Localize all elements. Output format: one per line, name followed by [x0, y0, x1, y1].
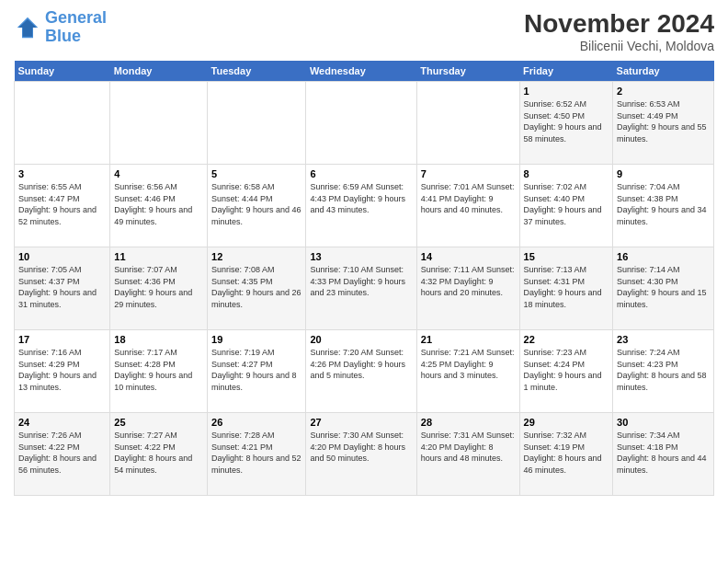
calendar-week-4: 17Sunrise: 7:16 AM Sunset: 4:29 PM Dayli… — [15, 330, 714, 413]
day-number: 10 — [18, 251, 106, 262]
calendar-cell: 16Sunrise: 7:14 AM Sunset: 4:30 PM Dayli… — [613, 247, 714, 330]
calendar-cell — [110, 82, 208, 165]
calendar-cell: 3Sunrise: 6:55 AM Sunset: 4:47 PM Daylig… — [15, 165, 110, 247]
day-info: Sunrise: 7:30 AM Sunset: 4:20 PM Dayligh… — [310, 430, 412, 465]
day-info: Sunrise: 7:34 AM Sunset: 4:18 PM Dayligh… — [617, 430, 710, 476]
main-title: November 2024 — [524, 9, 714, 39]
day-info: Sunrise: 7:20 AM Sunset: 4:26 PM Dayligh… — [310, 347, 412, 382]
logo-blue: Blue — [45, 27, 81, 45]
calendar-cell: 10Sunrise: 7:05 AM Sunset: 4:37 PM Dayli… — [15, 247, 110, 330]
calendar-cell: 22Sunrise: 7:23 AM Sunset: 4:24 PM Dayli… — [519, 330, 612, 413]
day-number: 12 — [211, 251, 301, 262]
calendar-cell: 17Sunrise: 7:16 AM Sunset: 4:29 PM Dayli… — [15, 330, 110, 413]
day-info: Sunrise: 7:23 AM Sunset: 4:24 PM Dayligh… — [524, 347, 609, 393]
calendar-cell: 24Sunrise: 7:26 AM Sunset: 4:22 PM Dayli… — [15, 413, 110, 496]
col-monday: Monday — [110, 61, 208, 82]
day-info: Sunrise: 6:56 AM Sunset: 4:46 PM Dayligh… — [114, 181, 203, 227]
calendar-week-2: 3Sunrise: 6:55 AM Sunset: 4:47 PM Daylig… — [15, 165, 714, 247]
col-wednesday: Wednesday — [306, 61, 416, 82]
calendar-cell: 19Sunrise: 7:19 AM Sunset: 4:27 PM Dayli… — [208, 330, 306, 413]
day-number: 7 — [421, 168, 516, 179]
calendar-cell — [416, 82, 519, 165]
calendar-cell: 6Sunrise: 6:59 AM Sunset: 4:43 PM Daylig… — [306, 165, 416, 247]
calendar-cell: 12Sunrise: 7:08 AM Sunset: 4:35 PM Dayli… — [208, 247, 306, 330]
calendar-cell: 4Sunrise: 6:56 AM Sunset: 4:46 PM Daylig… — [110, 165, 208, 247]
day-info: Sunrise: 6:55 AM Sunset: 4:47 PM Dayligh… — [18, 181, 106, 227]
day-info: Sunrise: 7:32 AM Sunset: 4:19 PM Dayligh… — [524, 430, 609, 476]
calendar-cell — [15, 82, 110, 165]
day-info: Sunrise: 6:52 AM Sunset: 4:50 PM Dayligh… — [524, 98, 609, 144]
day-info: Sunrise: 7:01 AM Sunset: 4:41 PM Dayligh… — [421, 181, 516, 216]
calendar-cell — [208, 82, 306, 165]
calendar-cell: 28Sunrise: 7:31 AM Sunset: 4:20 PM Dayli… — [416, 413, 519, 496]
calendar-cell: 20Sunrise: 7:20 AM Sunset: 4:26 PM Dayli… — [306, 330, 416, 413]
day-info: Sunrise: 6:59 AM Sunset: 4:43 PM Dayligh… — [310, 181, 412, 216]
day-number: 30 — [617, 417, 710, 428]
day-info: Sunrise: 7:16 AM Sunset: 4:29 PM Dayligh… — [18, 347, 106, 393]
calendar-cell: 9Sunrise: 7:04 AM Sunset: 4:38 PM Daylig… — [613, 165, 714, 247]
calendar-cell: 26Sunrise: 7:28 AM Sunset: 4:21 PM Dayli… — [208, 413, 306, 496]
day-number: 19 — [211, 334, 301, 345]
calendar-cell: 21Sunrise: 7:21 AM Sunset: 4:25 PM Dayli… — [416, 330, 519, 413]
calendar-cell: 23Sunrise: 7:24 AM Sunset: 4:23 PM Dayli… — [613, 330, 714, 413]
day-info: Sunrise: 7:31 AM Sunset: 4:20 PM Dayligh… — [421, 430, 516, 465]
header-row: Sunday Monday Tuesday Wednesday Thursday… — [15, 61, 714, 82]
day-number: 11 — [114, 251, 203, 262]
day-info: Sunrise: 7:07 AM Sunset: 4:36 PM Dayligh… — [114, 264, 203, 310]
calendar-header: Sunday Monday Tuesday Wednesday Thursday… — [15, 61, 714, 82]
calendar-cell: 5Sunrise: 6:58 AM Sunset: 4:44 PM Daylig… — [208, 165, 306, 247]
calendar-cell: 29Sunrise: 7:32 AM Sunset: 4:19 PM Dayli… — [519, 413, 612, 496]
calendar-week-3: 10Sunrise: 7:05 AM Sunset: 4:37 PM Dayli… — [15, 247, 714, 330]
day-info: Sunrise: 7:13 AM Sunset: 4:31 PM Dayligh… — [524, 264, 609, 310]
subtitle: Bilicenii Vechi, Moldova — [524, 39, 714, 53]
day-number: 23 — [617, 334, 710, 345]
day-number: 26 — [211, 417, 301, 428]
day-number: 18 — [114, 334, 203, 345]
day-info: Sunrise: 7:24 AM Sunset: 4:23 PM Dayligh… — [617, 347, 710, 393]
calendar-cell — [306, 82, 416, 165]
day-info: Sunrise: 7:14 AM Sunset: 4:30 PM Dayligh… — [617, 264, 710, 310]
day-info: Sunrise: 7:26 AM Sunset: 4:22 PM Dayligh… — [18, 430, 106, 476]
day-info: Sunrise: 7:19 AM Sunset: 4:27 PM Dayligh… — [211, 347, 301, 393]
day-info: Sunrise: 7:21 AM Sunset: 4:25 PM Dayligh… — [421, 347, 516, 382]
day-info: Sunrise: 7:02 AM Sunset: 4:40 PM Dayligh… — [524, 181, 609, 227]
day-info: Sunrise: 7:04 AM Sunset: 4:38 PM Dayligh… — [617, 181, 710, 227]
day-info: Sunrise: 6:53 AM Sunset: 4:49 PM Dayligh… — [617, 98, 710, 144]
calendar-week-1: 1Sunrise: 6:52 AM Sunset: 4:50 PM Daylig… — [15, 82, 714, 165]
logo-text: General Blue — [45, 9, 107, 46]
day-info: Sunrise: 6:58 AM Sunset: 4:44 PM Dayligh… — [211, 181, 301, 227]
page-container: General Blue November 2024 Bilicenii Vec… — [0, 0, 728, 505]
day-number: 27 — [310, 417, 412, 428]
calendar-cell: 25Sunrise: 7:27 AM Sunset: 4:22 PM Dayli… — [110, 413, 208, 496]
day-number: 22 — [524, 334, 609, 345]
day-info: Sunrise: 7:11 AM Sunset: 4:32 PM Dayligh… — [421, 264, 516, 299]
calendar-table: Sunday Monday Tuesday Wednesday Thursday… — [14, 61, 714, 496]
day-info: Sunrise: 7:08 AM Sunset: 4:35 PM Dayligh… — [211, 264, 301, 310]
calendar-cell: 15Sunrise: 7:13 AM Sunset: 4:31 PM Dayli… — [519, 247, 612, 330]
title-block: November 2024 Bilicenii Vechi, Moldova — [524, 9, 714, 53]
day-number: 20 — [310, 334, 412, 345]
day-number: 2 — [617, 86, 710, 97]
calendar-cell: 30Sunrise: 7:34 AM Sunset: 4:18 PM Dayli… — [613, 413, 714, 496]
day-info: Sunrise: 7:10 AM Sunset: 4:33 PM Dayligh… — [310, 264, 412, 299]
calendar-cell: 14Sunrise: 7:11 AM Sunset: 4:32 PM Dayli… — [416, 247, 519, 330]
day-number: 21 — [421, 334, 516, 345]
svg-marker-1 — [18, 19, 37, 37]
col-saturday: Saturday — [613, 61, 714, 82]
day-number: 15 — [524, 251, 609, 262]
day-number: 24 — [18, 417, 106, 428]
logo-general: General — [45, 8, 107, 27]
logo: General Blue — [14, 9, 107, 46]
calendar-cell: 7Sunrise: 7:01 AM Sunset: 4:41 PM Daylig… — [416, 165, 519, 247]
day-number: 25 — [114, 417, 203, 428]
day-number: 9 — [617, 168, 710, 179]
day-info: Sunrise: 7:28 AM Sunset: 4:21 PM Dayligh… — [211, 430, 301, 476]
col-thursday: Thursday — [416, 61, 519, 82]
day-number: 3 — [18, 168, 106, 179]
day-info: Sunrise: 7:17 AM Sunset: 4:28 PM Dayligh… — [114, 347, 203, 393]
day-number: 17 — [18, 334, 106, 345]
calendar-cell: 13Sunrise: 7:10 AM Sunset: 4:33 PM Dayli… — [306, 247, 416, 330]
day-number: 13 — [310, 251, 412, 262]
calendar-cell: 1Sunrise: 6:52 AM Sunset: 4:50 PM Daylig… — [519, 82, 612, 165]
logo-icon — [14, 14, 41, 41]
